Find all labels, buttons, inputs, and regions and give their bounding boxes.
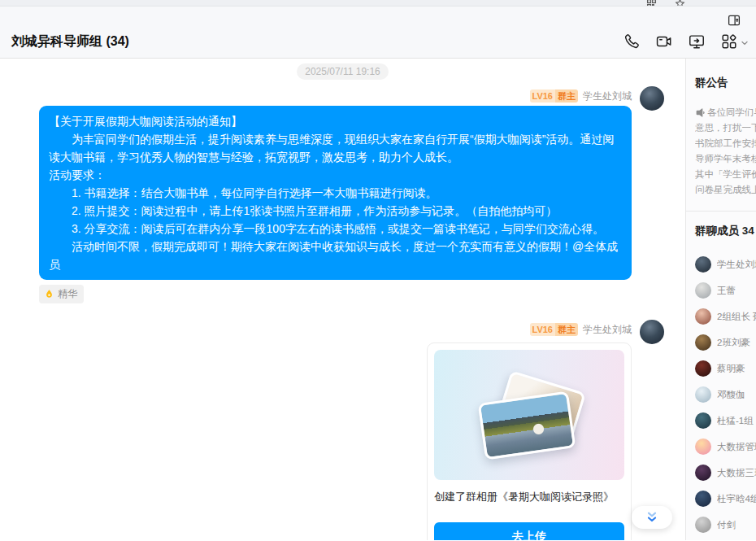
member-level-badge: LV16 群主 (530, 89, 578, 103)
photo-thumbnail-front (478, 391, 576, 460)
chevron-down-icon[interactable] (740, 37, 749, 46)
announcement-text[interactable]: 各位同学们早 意思，打扰一下 书院部工作安排 导师学年末考核 其中「学生评价 问… (695, 105, 756, 198)
avatar[interactable] (640, 320, 664, 344)
member-avatar (695, 465, 711, 481)
member-avatar (695, 256, 711, 273)
member-avatar (695, 412, 711, 429)
member-row[interactable]: 王蕾 (695, 277, 756, 303)
album-card[interactable]: 创建了群相册《暑期大咖阅读记录照》 去上传 (427, 342, 632, 540)
member-avatar (695, 517, 711, 533)
avatar[interactable] (640, 86, 664, 111)
member-row[interactable]: 2组组长 孙 (695, 303, 756, 329)
chat-header: 刘城异科导师组 (34) (0, 7, 756, 59)
member-row[interactable] (695, 538, 756, 540)
apps-grid-icon[interactable] (720, 33, 738, 50)
group-title: 刘城异科导师组 (34) (11, 33, 129, 50)
star-icon[interactable] (675, 0, 685, 7)
member-avatar (695, 438, 711, 455)
scroll-to-bottom-button[interactable] (632, 506, 672, 529)
voice-call-icon[interactable] (623, 33, 641, 50)
sender-row: LV16 群主 学生处刘城 (39, 320, 632, 339)
video-call-icon[interactable] (655, 33, 673, 50)
more-apps-group[interactable] (720, 33, 749, 50)
qq-group-chat-window: 刘城异科导师组 (34) (0, 0, 756, 541)
member-row[interactable]: 杜猛-1组 (695, 408, 756, 434)
sender-name: 学生处刘城 (583, 89, 632, 103)
member-row[interactable]: 学生处刘城 (695, 251, 756, 277)
group-info-sidebar: 群公告 各位同学们早 意思，打扰一下 书院部工作安排 导师学年末考核 其中「学生… (685, 59, 756, 540)
message-announcement: LV16 群主 学生处刘城 【关于开展假期大咖阅读活动的通知】 为丰富同学们的假… (0, 86, 685, 303)
member-avatar (695, 386, 711, 403)
member-avatar (695, 334, 711, 351)
member-row[interactable]: 邓馥伽 (695, 382, 756, 408)
qr-code-icon[interactable] (646, 0, 657, 7)
sender-row: LV16 群主 学生处刘城 (39, 86, 632, 106)
album-cover-art (434, 350, 624, 480)
member-list: 学生处刘城 王蕾 2组组长 孙 2班刘豪 蔡明豪 邓馥伽 杜猛-1组 大数据管理… (695, 251, 756, 540)
member-row[interactable]: 大数据三班 (695, 460, 756, 486)
member-row[interactable]: 大数据管理 (695, 434, 756, 460)
member-avatar (695, 360, 711, 377)
timestamp: 2025/07/11 19:16 (297, 63, 389, 80)
header-actions (623, 33, 749, 50)
upload-button[interactable]: 去上传 (434, 522, 624, 540)
megaphone-icon (695, 107, 706, 118)
announcement-section-title: 群公告 (695, 76, 756, 90)
message-list: 2025/07/11 19:16 LV16 群主 学生处刘城 【关于开展假期大咖… (0, 59, 685, 540)
member-level-badge: LV16 群主 (530, 323, 578, 336)
essence-label: 精华 (58, 287, 77, 301)
album-caption: 创建了群相册《暑期大咖阅读记录照》 (434, 490, 624, 504)
member-avatar (695, 282, 711, 299)
member-row[interactable]: 杜宇晗4组 (695, 486, 756, 512)
panel-toggle-icon[interactable] (727, 13, 741, 28)
member-row[interactable]: 蔡明豪 (695, 356, 756, 382)
member-avatar (695, 308, 711, 325)
screen-share-icon[interactable] (688, 33, 706, 50)
essence-badge[interactable]: 精华 (39, 285, 84, 303)
message-album: LV16 群主 学生处刘城 创建了群相册《暑期大咖阅读记录照》 去上传 (0, 320, 685, 540)
double-chevron-down-icon (643, 510, 661, 525)
sender-name: 学生处刘城 (583, 323, 632, 337)
gem-icon (44, 289, 54, 299)
member-row[interactable]: 2班刘豪 (695, 329, 756, 356)
member-avatar (695, 491, 711, 507)
sidebar-divider (686, 211, 756, 212)
member-row[interactable]: 付剑 (695, 512, 756, 538)
members-section-title: 群聊成员 34 (695, 224, 756, 238)
window-top-strip (0, 0, 756, 7)
announcement-message-bubble[interactable]: 【关于开展假期大咖阅读活动的通知】 为丰富同学们的假期生活，提升阅读素养与思维深… (39, 106, 632, 280)
